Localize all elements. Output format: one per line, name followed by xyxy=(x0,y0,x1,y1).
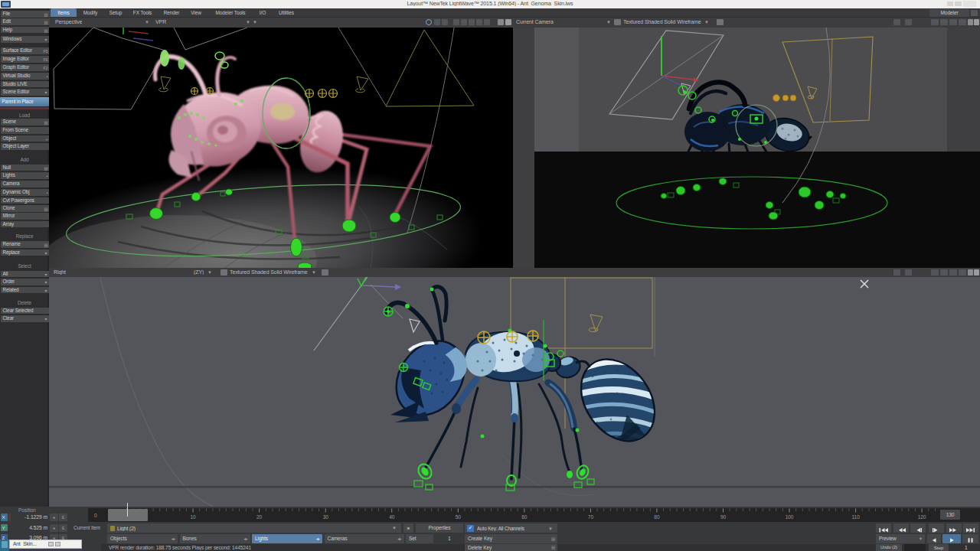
svg-text:50: 50 xyxy=(456,514,462,520)
svg-text:110: 110 xyxy=(851,514,860,520)
svg-text:30: 30 xyxy=(323,514,329,520)
svg-text:120: 120 xyxy=(918,514,926,520)
svg-text:90: 90 xyxy=(720,514,727,520)
svg-text:80: 80 xyxy=(654,514,660,520)
svg-text:70: 70 xyxy=(588,514,594,520)
svg-text:40: 40 xyxy=(389,514,395,520)
svg-text:60: 60 xyxy=(521,514,528,520)
svg-text:10: 10 xyxy=(191,514,197,520)
svg-text:20: 20 xyxy=(256,514,263,520)
svg-text:100: 100 xyxy=(786,514,794,520)
